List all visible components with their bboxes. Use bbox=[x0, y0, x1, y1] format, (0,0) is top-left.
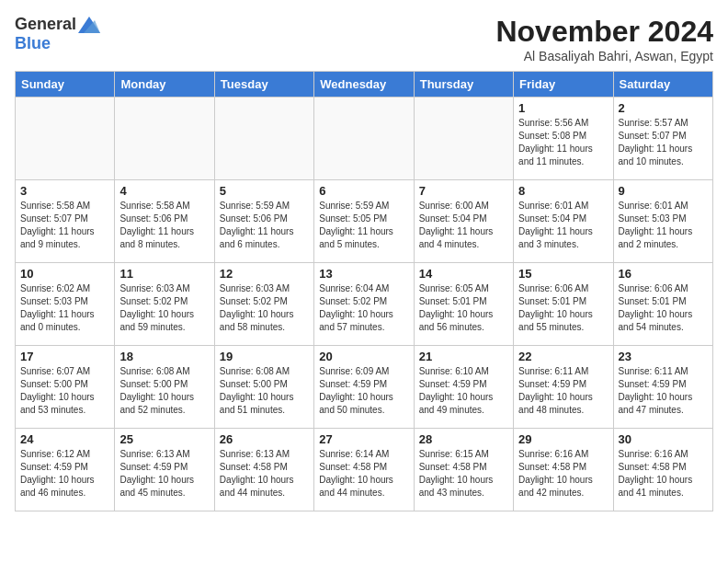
calendar-week-row: 10Sunrise: 6:02 AMSunset: 5:03 PMDayligh… bbox=[16, 263, 713, 346]
day-info: Sunrise: 6:08 AMSunset: 5:00 PMDaylight:… bbox=[119, 365, 209, 417]
header: General Blue November 2024 Al Basaliyah … bbox=[15, 15, 713, 63]
day-number: 2 bbox=[619, 101, 708, 115]
day-info: Sunrise: 6:07 AMSunset: 5:00 PMDaylight:… bbox=[20, 365, 109, 417]
day-number: 18 bbox=[119, 350, 209, 363]
calendar-cell: 12Sunrise: 6:03 AMSunset: 5:02 PMDayligh… bbox=[214, 263, 313, 346]
weekday-header: SundayMondayTuesdayWednesdayThursdayFrid… bbox=[16, 72, 713, 98]
day-info: Sunrise: 6:16 AMSunset: 4:58 PMDaylight:… bbox=[619, 448, 708, 500]
day-number: 8 bbox=[518, 184, 608, 198]
weekday-header-cell: Thursday bbox=[414, 72, 513, 98]
day-number: 23 bbox=[619, 350, 708, 363]
calendar-cell: 30Sunrise: 6:16 AMSunset: 4:58 PMDayligh… bbox=[613, 429, 712, 511]
calendar-cell: 28Sunrise: 6:15 AMSunset: 4:58 PMDayligh… bbox=[414, 429, 513, 511]
logo-general: General bbox=[15, 15, 76, 34]
calendar-week-row: 17Sunrise: 6:07 AMSunset: 5:00 PMDayligh… bbox=[16, 346, 713, 429]
weekday-header-cell: Friday bbox=[514, 72, 613, 98]
calendar-cell: 18Sunrise: 6:08 AMSunset: 5:00 PMDayligh… bbox=[115, 346, 214, 429]
calendar-cell bbox=[16, 98, 115, 180]
day-info: Sunrise: 6:15 AMSunset: 4:58 PMDaylight:… bbox=[419, 448, 508, 500]
weekday-header-cell: Wednesday bbox=[314, 72, 414, 98]
day-number: 1 bbox=[518, 101, 608, 115]
day-info: Sunrise: 6:09 AMSunset: 4:59 PMDaylight:… bbox=[319, 365, 408, 417]
day-number: 22 bbox=[518, 350, 608, 363]
day-info: Sunrise: 6:06 AMSunset: 5:01 PMDaylight:… bbox=[619, 282, 708, 334]
calendar-cell: 20Sunrise: 6:09 AMSunset: 4:59 PMDayligh… bbox=[314, 346, 414, 429]
day-number: 6 bbox=[319, 184, 408, 198]
title-area: November 2024 Al Basaliyah Bahri, Aswan,… bbox=[495, 15, 713, 63]
day-info: Sunrise: 5:58 AMSunset: 5:06 PMDaylight:… bbox=[119, 200, 209, 251]
day-info: Sunrise: 6:14 AMSunset: 4:58 PMDaylight:… bbox=[319, 448, 408, 500]
calendar-cell: 10Sunrise: 6:02 AMSunset: 5:03 PMDayligh… bbox=[16, 263, 115, 346]
day-info: Sunrise: 6:11 AMSunset: 4:59 PMDaylight:… bbox=[619, 365, 708, 417]
calendar-cell bbox=[414, 98, 513, 180]
day-info: Sunrise: 6:05 AMSunset: 5:01 PMDaylight:… bbox=[419, 282, 508, 334]
day-info: Sunrise: 5:56 AMSunset: 5:08 PMDaylight:… bbox=[518, 117, 608, 168]
day-number: 29 bbox=[518, 432, 608, 446]
calendar-cell: 21Sunrise: 6:10 AMSunset: 4:59 PMDayligh… bbox=[414, 346, 513, 429]
day-info: Sunrise: 5:58 AMSunset: 5:07 PMDaylight:… bbox=[20, 200, 109, 251]
day-info: Sunrise: 6:01 AMSunset: 5:03 PMDaylight:… bbox=[619, 200, 708, 251]
calendar-cell bbox=[214, 98, 313, 180]
weekday-header-cell: Monday bbox=[115, 72, 214, 98]
day-number: 17 bbox=[20, 350, 109, 363]
day-info: Sunrise: 6:03 AMSunset: 5:02 PMDaylight:… bbox=[220, 282, 309, 334]
day-number: 21 bbox=[419, 350, 508, 363]
day-number: 3 bbox=[20, 184, 109, 198]
day-info: Sunrise: 6:00 AMSunset: 5:04 PMDaylight:… bbox=[419, 200, 508, 251]
calendar: SundayMondayTuesdayWednesdayThursdayFrid… bbox=[15, 71, 713, 511]
calendar-week-row: 3Sunrise: 5:58 AMSunset: 5:07 PMDaylight… bbox=[16, 180, 713, 263]
calendar-cell: 24Sunrise: 6:12 AMSunset: 4:59 PMDayligh… bbox=[16, 429, 115, 511]
calendar-cell: 26Sunrise: 6:13 AMSunset: 4:58 PMDayligh… bbox=[214, 429, 313, 511]
day-info: Sunrise: 6:01 AMSunset: 5:04 PMDaylight:… bbox=[518, 200, 608, 251]
day-number: 11 bbox=[119, 267, 209, 281]
logo-icon bbox=[78, 17, 100, 33]
day-info: Sunrise: 6:04 AMSunset: 5:02 PMDaylight:… bbox=[319, 282, 408, 334]
calendar-body: 1Sunrise: 5:56 AMSunset: 5:08 PMDaylight… bbox=[16, 98, 713, 511]
logo: General Blue bbox=[15, 15, 100, 53]
day-number: 16 bbox=[619, 267, 708, 281]
calendar-week-row: 1Sunrise: 5:56 AMSunset: 5:08 PMDaylight… bbox=[16, 98, 713, 180]
calendar-cell: 14Sunrise: 6:05 AMSunset: 5:01 PMDayligh… bbox=[414, 263, 513, 346]
day-number: 7 bbox=[419, 184, 508, 198]
day-info: Sunrise: 5:59 AMSunset: 5:06 PMDaylight:… bbox=[220, 200, 309, 251]
day-info: Sunrise: 6:06 AMSunset: 5:01 PMDaylight:… bbox=[518, 282, 608, 334]
day-number: 12 bbox=[220, 267, 309, 281]
calendar-cell: 15Sunrise: 6:06 AMSunset: 5:01 PMDayligh… bbox=[514, 263, 613, 346]
location-subtitle: Al Basaliyah Bahri, Aswan, Egypt bbox=[495, 49, 713, 63]
day-number: 14 bbox=[419, 267, 508, 281]
weekday-header-cell: Tuesday bbox=[214, 72, 313, 98]
day-number: 26 bbox=[220, 432, 309, 446]
calendar-cell: 22Sunrise: 6:11 AMSunset: 4:59 PMDayligh… bbox=[514, 346, 613, 429]
day-number: 19 bbox=[220, 350, 309, 363]
calendar-cell: 25Sunrise: 6:13 AMSunset: 4:59 PMDayligh… bbox=[115, 429, 214, 511]
day-info: Sunrise: 6:02 AMSunset: 5:03 PMDaylight:… bbox=[20, 282, 109, 334]
day-info: Sunrise: 6:12 AMSunset: 4:59 PMDaylight:… bbox=[20, 448, 109, 500]
calendar-cell: 2Sunrise: 5:57 AMSunset: 5:07 PMDaylight… bbox=[613, 98, 712, 180]
day-info: Sunrise: 6:11 AMSunset: 4:59 PMDaylight:… bbox=[518, 365, 608, 417]
day-number: 4 bbox=[119, 184, 209, 198]
logo-blue: Blue bbox=[15, 34, 51, 53]
day-number: 13 bbox=[319, 267, 408, 281]
day-number: 9 bbox=[619, 184, 708, 198]
calendar-cell bbox=[115, 98, 214, 180]
day-info: Sunrise: 6:16 AMSunset: 4:58 PMDaylight:… bbox=[518, 448, 608, 500]
day-number: 5 bbox=[220, 184, 309, 198]
calendar-cell: 11Sunrise: 6:03 AMSunset: 5:02 PMDayligh… bbox=[115, 263, 214, 346]
day-info: Sunrise: 5:59 AMSunset: 5:05 PMDaylight:… bbox=[319, 200, 408, 251]
calendar-cell: 16Sunrise: 6:06 AMSunset: 5:01 PMDayligh… bbox=[613, 263, 712, 346]
day-number: 25 bbox=[119, 432, 209, 446]
day-info: Sunrise: 6:03 AMSunset: 5:02 PMDaylight:… bbox=[119, 282, 209, 334]
calendar-cell: 17Sunrise: 6:07 AMSunset: 5:00 PMDayligh… bbox=[16, 346, 115, 429]
calendar-cell: 7Sunrise: 6:00 AMSunset: 5:04 PMDaylight… bbox=[414, 180, 513, 263]
calendar-cell: 4Sunrise: 5:58 AMSunset: 5:06 PMDaylight… bbox=[115, 180, 214, 263]
day-info: Sunrise: 6:08 AMSunset: 5:00 PMDaylight:… bbox=[220, 365, 309, 417]
calendar-cell: 29Sunrise: 6:16 AMSunset: 4:58 PMDayligh… bbox=[514, 429, 613, 511]
day-number: 15 bbox=[518, 267, 608, 281]
calendar-cell: 8Sunrise: 6:01 AMSunset: 5:04 PMDaylight… bbox=[514, 180, 613, 263]
day-number: 20 bbox=[319, 350, 408, 363]
day-number: 27 bbox=[319, 432, 408, 446]
weekday-header-cell: Saturday bbox=[613, 72, 712, 98]
day-info: Sunrise: 5:57 AMSunset: 5:07 PMDaylight:… bbox=[619, 117, 708, 168]
month-title: November 2024 bbox=[495, 15, 713, 49]
day-info: Sunrise: 6:10 AMSunset: 4:59 PMDaylight:… bbox=[419, 365, 508, 417]
